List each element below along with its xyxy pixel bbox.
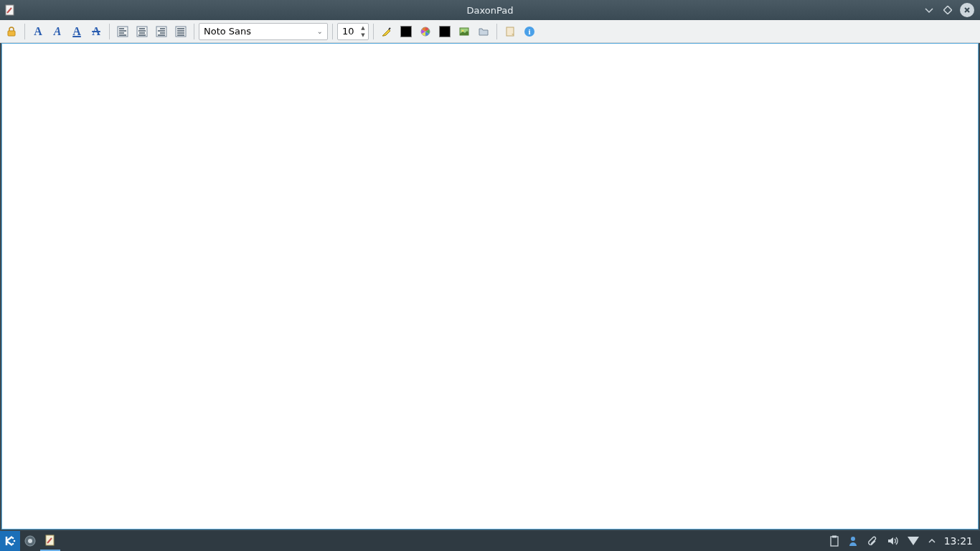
highlighter-button[interactable] [378, 23, 395, 40]
tray-attachment-button[interactable] [867, 535, 878, 547]
user-icon [848, 535, 858, 547]
font-family-value: Noto Sans [204, 26, 251, 37]
taskbar-browser-button[interactable] [20, 531, 40, 551]
wifi-icon [907, 536, 920, 546]
svg-rect-2 [8, 31, 15, 36]
align-right-button[interactable] [153, 23, 170, 40]
tray-volume-button[interactable] [887, 535, 898, 547]
chevron-down-icon: ⌄ [317, 27, 323, 35]
info-button[interactable]: i [521, 23, 538, 40]
window-close-button[interactable] [960, 3, 974, 17]
italic-icon: A [54, 26, 62, 37]
svg-rect-20 [832, 536, 837, 538]
underline-icon: A [72, 26, 81, 37]
strikethrough-icon: A [92, 26, 100, 37]
toolbar: A A A A Noto Sans ⌄ 10 ▲ ▼ [0, 20, 980, 43]
kde-logo-icon [4, 534, 17, 547]
align-justify-icon [175, 26, 187, 37]
separator [109, 24, 110, 39]
separator [332, 24, 333, 39]
align-justify-button[interactable] [172, 23, 189, 40]
application-launcher-button[interactable] [0, 531, 20, 551]
folder-icon [478, 26, 489, 37]
chevron-up-icon [928, 537, 936, 545]
note-icon [504, 26, 516, 37]
svg-point-13 [12, 537, 14, 540]
note-button[interactable] [501, 23, 519, 40]
tray-network-button[interactable] [907, 536, 920, 546]
browser-icon [24, 534, 37, 547]
text-color-button[interactable] [397, 23, 415, 40]
text-color-swatch [400, 26, 412, 37]
svg-point-17 [28, 539, 32, 543]
volume-icon [887, 535, 898, 547]
clipboard-icon [829, 535, 839, 547]
align-center-icon [136, 26, 148, 37]
align-right-icon [156, 26, 167, 37]
color-picker-button[interactable] [417, 23, 434, 40]
editor-app-icon [44, 534, 57, 547]
info-icon: i [524, 26, 535, 37]
taskbar-clock[interactable]: 13:21 [944, 535, 973, 547]
svg-text:i: i [528, 27, 530, 36]
system-taskbar: 13:21 [0, 531, 980, 551]
font-family-select[interactable]: Noto Sans ⌄ [199, 23, 328, 40]
tray-expand-button[interactable] [928, 537, 936, 545]
open-folder-button[interactable] [475, 23, 492, 40]
italic-button[interactable]: A [49, 23, 66, 40]
font-size-value: 10 [342, 26, 354, 37]
separator [496, 24, 497, 39]
app-icon [3, 3, 17, 17]
window-minimize-button[interactable] [923, 4, 936, 17]
background-color-swatch [439, 26, 451, 37]
window-titlebar: DaxonPad [0, 0, 980, 20]
svg-point-21 [851, 537, 855, 541]
taskbar-daxonpad-button[interactable] [40, 531, 60, 551]
tray-clipboard-button[interactable] [829, 535, 839, 547]
background-color-button[interactable] [436, 23, 453, 40]
bold-icon: A [34, 26, 42, 37]
strikethrough-button[interactable]: A [88, 23, 105, 40]
highlighter-icon [381, 26, 392, 37]
align-center-button[interactable] [133, 23, 151, 40]
paperclip-icon [867, 535, 878, 547]
separator [194, 24, 194, 39]
color-wheel-icon [420, 26, 431, 37]
window-title: DaxonPad [0, 5, 980, 16]
svg-rect-19 [831, 537, 838, 546]
insert-image-button[interactable] [456, 23, 473, 40]
separator [373, 24, 374, 39]
font-size-spinner[interactable]: 10 ▲ ▼ [337, 23, 369, 40]
lock-icon [6, 26, 17, 37]
align-left-button[interactable] [114, 23, 131, 40]
font-size-down-button[interactable]: ▼ [359, 32, 367, 39]
window-maximize-button[interactable] [941, 4, 954, 17]
lock-button[interactable] [3, 23, 20, 40]
svg-point-15 [14, 540, 16, 542]
text-editor-area[interactable] [1, 43, 979, 529]
image-icon [458, 26, 470, 37]
svg-rect-1 [943, 6, 951, 14]
tray-user-button[interactable] [848, 535, 858, 547]
font-size-up-button[interactable]: ▲ [359, 24, 367, 32]
underline-button[interactable]: A [68, 23, 85, 40]
align-left-icon [117, 26, 128, 37]
bold-button[interactable]: A [29, 23, 47, 40]
separator [24, 24, 25, 39]
svg-point-14 [12, 543, 14, 545]
